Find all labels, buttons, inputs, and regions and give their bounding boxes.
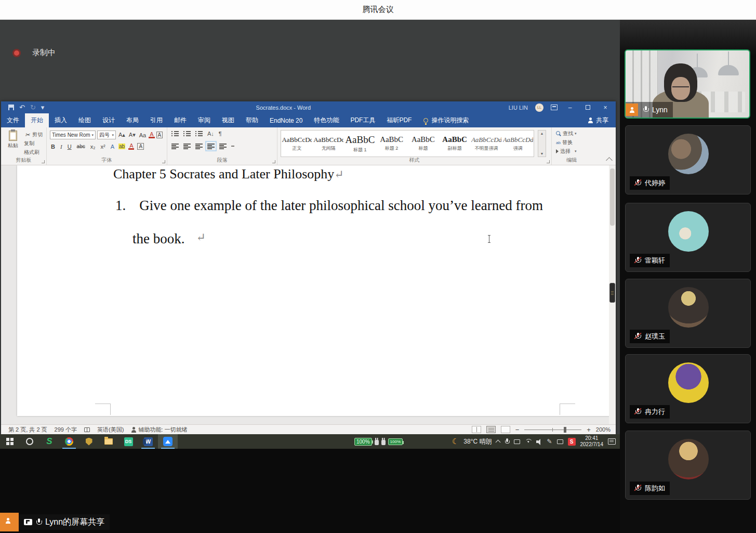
style-gallery-scroll[interactable]: ▲ ▼ xyxy=(538,130,546,157)
tab-special-features[interactable]: 特色功能 xyxy=(308,113,344,127)
weather-moon-icon[interactable]: ☾ xyxy=(452,437,459,446)
zoom-level[interactable]: 200% xyxy=(596,426,611,433)
wifi-icon[interactable] xyxy=(525,439,532,444)
share-button[interactable]: 共享 xyxy=(588,113,616,127)
taskbar-clock[interactable]: 20:41 2022/7/14 xyxy=(580,435,604,448)
start-button[interactable] xyxy=(0,434,20,449)
cut-button[interactable]: ✂剪切 xyxy=(24,131,43,138)
find-button[interactable]: 查找▾ xyxy=(556,130,577,137)
participant-tile[interactable]: 代婷婷 xyxy=(625,125,751,194)
redo-icon[interactable]: ↻ xyxy=(30,103,36,111)
font-color-button[interactable]: A xyxy=(128,143,134,150)
scroll-down-icon[interactable]: ▼ xyxy=(540,152,544,155)
qat-more-icon[interactable]: ▾ xyxy=(41,103,45,111)
superscript-button[interactable]: x² xyxy=(99,144,106,150)
undo-icon[interactable]: ↶ xyxy=(19,103,25,111)
zoom-slider-thumb[interactable] xyxy=(564,427,566,433)
share-border-handle[interactable] xyxy=(609,283,615,303)
format-painter-button[interactable]: 格式刷 xyxy=(24,149,43,156)
line-spacing-icon[interactable] xyxy=(219,143,227,149)
bold-button[interactable]: B xyxy=(50,144,56,150)
battery-indicator-1[interactable]: 100% xyxy=(354,438,372,446)
text-effects-button[interactable]: A xyxy=(110,144,115,150)
language-indicator[interactable]: 英语(美国) xyxy=(97,426,124,434)
style-heading2[interactable]: AaBbC 标题 2 xyxy=(376,131,407,157)
style-title[interactable]: AaBbC 标题 xyxy=(407,131,439,157)
ribbon-display-options-icon[interactable] xyxy=(551,105,558,110)
tab-endnote[interactable]: EndNote 20 xyxy=(264,113,308,127)
tray-mic-icon[interactable] xyxy=(505,438,509,445)
style-normal[interactable]: AaBbCcDc 正文 xyxy=(281,131,313,157)
style-no-spacing[interactable]: AaBbCcDc 无间隔 xyxy=(313,131,344,157)
change-case-button[interactable]: Aa xyxy=(138,132,147,138)
participant-tile[interactable]: 冉力行 xyxy=(625,354,751,423)
clipboard-dialog-launcher-icon[interactable] xyxy=(42,160,45,163)
style-heading1[interactable]: AaBbC 标题 1 xyxy=(344,131,376,157)
style-emphasis[interactable]: AaBbCcDd 强调 xyxy=(502,131,534,157)
char-border-button[interactable]: A xyxy=(156,132,163,138)
search-button[interactable] xyxy=(20,434,39,449)
tab-view[interactable]: 视图 xyxy=(216,113,240,127)
screen-share-banner[interactable]: Lynn的屏幕共享 xyxy=(0,513,110,531)
tell-me-search[interactable]: 操作说明搜索 xyxy=(417,113,475,127)
shrink-font-button[interactable]: A▾ xyxy=(128,132,137,138)
participant-tile[interactable]: 赵璞玉 xyxy=(625,279,751,348)
subscript-button[interactable]: x₂ xyxy=(89,144,97,150)
shading-button[interactable]: A xyxy=(137,143,144,150)
show-marks-icon[interactable]: ¶ xyxy=(219,131,222,137)
account-name[interactable]: LIU LIN xyxy=(509,105,528,111)
page-indicator[interactable]: 第 2 页, 共 2 页 xyxy=(8,426,47,434)
italic-button[interactable]: I xyxy=(59,144,63,150)
minimize-button[interactable]: – xyxy=(565,104,575,111)
styles-dialog-launcher-icon[interactable] xyxy=(547,160,550,163)
numbered-list-icon[interactable] xyxy=(183,131,191,137)
taskbar-chrome[interactable] xyxy=(59,434,79,449)
font-size-select[interactable]: 四号▾ xyxy=(97,131,116,139)
speaker-icon[interactable] xyxy=(536,439,542,445)
grow-font-button[interactable]: A▴ xyxy=(117,132,126,138)
notification-center-icon[interactable] xyxy=(608,438,616,445)
taskbar-ds-app[interactable]: DS xyxy=(118,434,138,449)
clear-format-button[interactable]: A xyxy=(149,132,154,138)
restore-button[interactable] xyxy=(582,104,593,111)
copy-button[interactable]: 复制 xyxy=(24,140,43,147)
tab-mailings[interactable]: 邮件 xyxy=(168,113,192,127)
tab-design[interactable]: 设计 xyxy=(97,113,121,127)
zoom-out-button[interactable]: − xyxy=(515,426,520,434)
paste-button[interactable]: 粘贴 xyxy=(5,131,21,149)
tab-file[interactable]: 文件 xyxy=(1,113,25,127)
battery-indicator-2[interactable]: 100% xyxy=(388,438,403,445)
tab-insert[interactable]: 插入 xyxy=(49,113,73,127)
tray-expand-icon[interactable] xyxy=(496,440,501,445)
participant-tile[interactable]: 陈韵如 xyxy=(625,431,751,500)
collapse-ribbon-icon[interactable] xyxy=(606,157,613,164)
select-button[interactable]: 选择▾ xyxy=(556,148,577,155)
align-center-icon[interactable] xyxy=(183,143,191,149)
save-icon[interactable] xyxy=(8,105,14,110)
sogou-input-icon[interactable]: S xyxy=(568,438,576,446)
word-count[interactable]: 299 个字 xyxy=(55,426,77,434)
zoom-in-button[interactable]: + xyxy=(587,426,591,434)
accessibility-status[interactable]: 辅助功能: 一切就绪 xyxy=(131,426,187,434)
align-left-icon[interactable] xyxy=(171,143,179,149)
tab-review[interactable]: 审阅 xyxy=(192,113,216,127)
taskbar-file-explorer[interactable] xyxy=(99,434,118,449)
participant-tile[interactable]: 雷颖轩 xyxy=(625,203,751,272)
taskbar-tencent-meeting[interactable] xyxy=(158,434,178,449)
justify-icon[interactable] xyxy=(207,143,215,149)
print-layout-button[interactable] xyxy=(486,426,496,433)
taskbar-security-app[interactable] xyxy=(79,434,99,449)
close-button[interactable]: × xyxy=(600,104,611,111)
sort-icon[interactable]: A↓ xyxy=(207,131,214,137)
tab-help[interactable]: 帮助 xyxy=(240,113,264,127)
tab-references[interactable]: 引用 xyxy=(144,113,168,127)
font-dialog-launcher-icon[interactable] xyxy=(162,160,165,163)
style-subtle-emphasis[interactable]: AaBbCcDd 不明显强调 xyxy=(471,131,502,157)
paragraph-dialog-launcher-icon[interactable] xyxy=(272,160,275,163)
multilevel-list-icon[interactable] xyxy=(195,131,203,137)
underline-button[interactable]: U xyxy=(67,144,73,150)
read-mode-button[interactable] xyxy=(472,426,481,433)
tab-foxit-pdf[interactable]: 福昕PDF xyxy=(381,113,417,127)
pen-icon[interactable]: ✎ xyxy=(547,438,552,445)
tab-layout[interactable]: 布局 xyxy=(121,113,144,127)
